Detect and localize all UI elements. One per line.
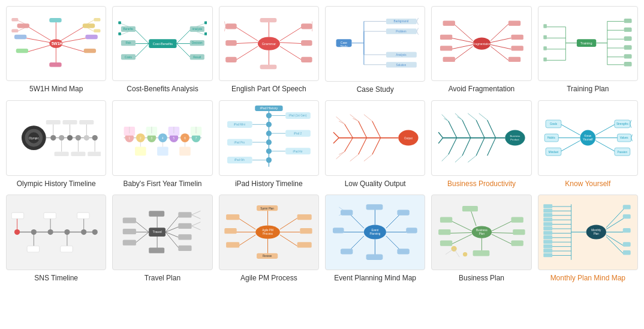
svg-text:Monthly: Monthly bbox=[591, 229, 601, 232]
svg-point-197 bbox=[266, 113, 272, 118]
svg-line-262 bbox=[468, 155, 476, 162]
svg-rect-160 bbox=[63, 120, 77, 124]
svg-text:Result: Result bbox=[193, 56, 201, 59]
svg-line-287 bbox=[630, 120, 631, 124]
svg-point-201 bbox=[266, 148, 272, 154]
thumb-business-productivity: Business Product. bbox=[431, 100, 531, 175]
label-travel-plan: Travel Plan bbox=[145, 274, 180, 283]
card-english-part[interactable]: Grammar bbox=[219, 6, 319, 94]
svg-rect-352 bbox=[297, 243, 312, 248]
svg-line-254 bbox=[468, 113, 476, 120]
card-know-yourself[interactable]: Know Yourself Strengths Values Passion G bbox=[538, 100, 638, 189]
svg-line-234 bbox=[345, 138, 353, 152]
card-case-study[interactable]: Case Study Background Problem bbox=[325, 6, 425, 94]
svg-rect-183 bbox=[135, 147, 146, 156]
svg-text:Review: Review bbox=[263, 255, 272, 258]
svg-line-63 bbox=[224, 26, 225, 31]
svg-text:Habits: Habits bbox=[547, 137, 556, 140]
svg-rect-367 bbox=[398, 249, 410, 255]
card-event-planning[interactable]: Event Planning bbox=[325, 195, 425, 283]
svg-line-284 bbox=[560, 140, 580, 152]
svg-rect-113 bbox=[511, 35, 523, 40]
svg-line-252 bbox=[457, 117, 462, 121]
label-case-study: Case Study bbox=[357, 85, 394, 95]
svg-line-97 bbox=[417, 22, 419, 25]
svg-text:Training: Training bbox=[580, 42, 592, 46]
svg-rect-115 bbox=[511, 46, 523, 50]
svg-rect-319 bbox=[178, 223, 191, 229]
svg-line-66 bbox=[280, 43, 302, 44]
label-business-productivity: Business Productivity bbox=[447, 180, 516, 189]
svg-line-430 bbox=[606, 235, 624, 247]
svg-rect-413 bbox=[543, 227, 552, 231]
svg-rect-419 bbox=[543, 240, 552, 244]
card-low-quality[interactable]: Output bbox=[325, 100, 425, 189]
thumb-training-plan: Training bbox=[538, 6, 638, 81]
svg-rect-12 bbox=[84, 49, 96, 53]
card-sns-timeline[interactable]: SNS Timeline bbox=[6, 195, 106, 283]
svg-rect-185 bbox=[157, 147, 168, 156]
label-cost-benefits: Cost-Benefits Analysis bbox=[127, 85, 198, 94]
svg-line-108 bbox=[454, 46, 473, 60]
card-monthly-plan[interactable]: Monthly Plan bbox=[538, 195, 638, 283]
card-avoid-fragmentation[interactable]: Fragmentation bbox=[431, 6, 531, 94]
svg-rect-123 bbox=[624, 19, 632, 23]
svg-rect-380 bbox=[438, 229, 450, 235]
svg-rect-348 bbox=[297, 214, 312, 220]
thumb-english-part: Grammar bbox=[219, 6, 319, 81]
thumb-low-quality: Output bbox=[325, 100, 425, 176]
svg-text:Study: Study bbox=[341, 45, 348, 48]
svg-rect-425 bbox=[543, 253, 552, 257]
svg-line-260 bbox=[455, 155, 462, 162]
svg-text:Case: Case bbox=[341, 42, 347, 45]
svg-line-341 bbox=[238, 219, 255, 230]
label-5w1h-mind-map: 5W1H Mind Map bbox=[29, 85, 83, 94]
thumb-case-study: Case Study Background Problem bbox=[325, 6, 425, 82]
thumb-cost-benefits: Cost-Benefits Benefits Costs Analysis bbox=[112, 6, 212, 81]
card-travel-plan[interactable]: Travel bbox=[112, 195, 212, 283]
svg-text:Travel: Travel bbox=[152, 231, 161, 234]
svg-text:Analysis: Analysis bbox=[396, 53, 407, 56]
svg-rect-137 bbox=[543, 24, 547, 28]
svg-line-58 bbox=[236, 43, 258, 44]
svg-line-104 bbox=[451, 38, 473, 42]
svg-text:Mindset: Mindset bbox=[549, 151, 559, 154]
card-ipad-timeline[interactable]: iPad (1st Gen) iPad 2 iPad Air iPad Mini… bbox=[219, 100, 319, 189]
label-english-part: English Part Of Speech bbox=[231, 85, 306, 94]
card-olympic-timeline[interactable]: Olympic bbox=[6, 100, 106, 189]
svg-rect-371 bbox=[398, 210, 410, 216]
svg-point-149 bbox=[50, 135, 56, 140]
svg-line-227 bbox=[336, 117, 345, 124]
card-training-plan[interactable]: Training bbox=[538, 6, 638, 94]
svg-line-379 bbox=[449, 233, 471, 234]
svg-text:Cost-Benefits: Cost-Benefits bbox=[152, 43, 173, 46]
svg-text:Product.: Product. bbox=[510, 138, 519, 141]
svg-rect-127 bbox=[624, 37, 632, 41]
svg-text:Fragmentation: Fragmentation bbox=[473, 43, 490, 46]
card-cost-benefits[interactable]: Cost-Benefits Benefits Costs Analysis bbox=[112, 6, 212, 94]
svg-rect-317 bbox=[178, 213, 191, 218]
thumb-olympic-timeline: Olympic bbox=[6, 100, 106, 175]
svg-rect-321 bbox=[178, 235, 191, 240]
card-business-plan[interactable]: Business Plan bbox=[431, 195, 531, 283]
svg-line-247 bbox=[448, 121, 456, 138]
svg-line-265 bbox=[438, 138, 443, 143]
svg-rect-421 bbox=[543, 244, 552, 248]
card-baby-timeline[interactable]: 1 2 3 4 5 6 7 bbox=[112, 100, 212, 189]
svg-line-253 bbox=[476, 120, 484, 138]
svg-line-102 bbox=[454, 24, 473, 41]
svg-line-68 bbox=[280, 46, 302, 60]
svg-rect-390 bbox=[511, 241, 523, 246]
card-business-productivity[interactable]: Business Product. bbox=[431, 100, 531, 189]
svg-line-327 bbox=[191, 226, 200, 230]
svg-rect-107 bbox=[440, 46, 452, 50]
card-agile-pm[interactable]: Agile PM Process Sprint Plan Review bbox=[219, 195, 319, 283]
thumb-travel-plan: Travel bbox=[112, 195, 212, 270]
svg-text:1: 1 bbox=[128, 137, 130, 140]
svg-rect-369 bbox=[407, 228, 418, 234]
svg-text:iPad Pro: iPad Pro bbox=[234, 141, 245, 144]
svg-rect-25 bbox=[94, 29, 101, 33]
svg-rect-303 bbox=[61, 246, 73, 252]
card-5w1h-mind-map[interactable]: 5W1H 5W1H Mind Map bbox=[6, 6, 106, 94]
svg-rect-67 bbox=[301, 40, 312, 46]
